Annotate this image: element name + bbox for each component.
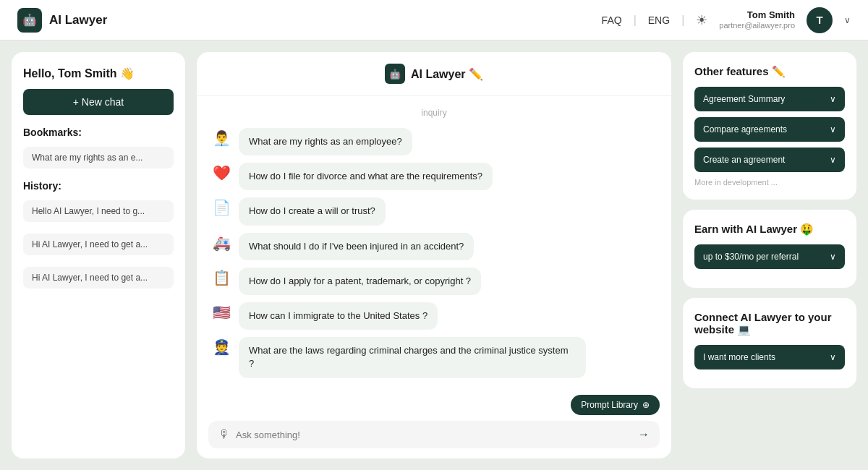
right-panel: Other features ✏️ Agreement Summary ∨ Co… xyxy=(683,52,856,458)
history-label: History: xyxy=(23,180,174,192)
chevron-down-icon: ∨ xyxy=(830,155,836,165)
logo-text: AI Lawyer xyxy=(49,13,107,27)
chevron-down-icon[interactable]: ∨ xyxy=(844,15,851,25)
message-icon: 👮 xyxy=(211,338,231,356)
features-card: Other features ✏️ Agreement Summary ∨ Co… xyxy=(683,52,856,200)
earn-card: Earn with AI Lawyer 🤑 up to $30/mo per r… xyxy=(683,210,856,288)
message-bubble[interactable]: What are my rights as an employee? xyxy=(239,128,412,155)
language-selector[interactable]: ENG xyxy=(648,14,670,26)
chat-header: 🤖 AI Lawyer ✏️ xyxy=(197,52,671,96)
logo-icon: 🤖 xyxy=(17,8,42,33)
message-bubble[interactable]: How do I apply for a patent, trademark, … xyxy=(239,268,481,295)
earn-title: Earn with AI Lawyer 🤑 xyxy=(694,223,845,236)
message-bubble[interactable]: How do I file for divorce and what are t… xyxy=(239,163,493,190)
header-right: FAQ | ENG | ☀ Tom Smith partner@ailawyer… xyxy=(602,7,851,33)
list-item: 📄 How do I create a will or trust? xyxy=(211,197,657,225)
list-item: 📋 How do I apply for a patent, trademark… xyxy=(211,268,657,295)
features-title: Other features ✏️ xyxy=(694,65,845,78)
user-email: partner@ailawyer.pro xyxy=(719,21,795,30)
settings-icon[interactable]: ☀ xyxy=(696,12,707,28)
list-item: 👮 What are the laws regarding criminal c… xyxy=(211,337,657,377)
avatar[interactable]: T xyxy=(807,7,833,33)
chat-panel: 🤖 AI Lawyer ✏️ inquiry 👨‍💼 What are my r… xyxy=(197,52,671,458)
agreement-summary-button[interactable]: Agreement Summary ∨ xyxy=(694,87,845,111)
user-name: Tom Smith xyxy=(747,9,795,21)
message-icon: 👨‍💼 xyxy=(211,129,231,147)
prompt-library-label: Prompt Library xyxy=(581,400,638,410)
chat-input-row: 🎙 → xyxy=(208,421,660,448)
chat-category-label: inquiry xyxy=(211,108,657,118)
header-divider: | xyxy=(634,14,637,27)
connect-card: Connect AI Lawyer to your website 💻 I wa… xyxy=(683,298,856,388)
user-info: Tom Smith partner@ailawyer.pro xyxy=(719,9,795,30)
header-divider2: | xyxy=(681,14,684,27)
prompt-library-icon: ⊕ xyxy=(642,400,650,410)
referral-button[interactable]: up to $30/mo per referral ∨ xyxy=(694,244,845,269)
chevron-down-icon: ∨ xyxy=(830,352,836,362)
chat-footer: Prompt Library ⊕ 🎙 → xyxy=(197,388,671,458)
send-button[interactable]: → xyxy=(638,428,650,441)
logo: 🤖 AI Lawyer xyxy=(17,8,107,33)
message-icon: 📋 xyxy=(211,269,231,286)
compare-agreements-button[interactable]: Compare agreements ∨ xyxy=(694,117,845,142)
dev-text: More in development ... xyxy=(694,178,845,187)
history-item[interactable]: Hello AI Lawyer, I need to g... xyxy=(23,200,174,222)
chevron-down-icon: ∨ xyxy=(830,94,836,104)
greeting: Hello, Tom Smith 👋 xyxy=(23,67,174,80)
message-icon: 🚑 xyxy=(211,234,231,252)
chevron-down-icon: ∨ xyxy=(830,252,836,262)
main-layout: Hello, Tom Smith 👋 + New chat Bookmarks:… xyxy=(0,40,868,470)
list-item: 🚑 What should I do if I've been injured … xyxy=(211,233,657,260)
list-item: 🇺🇸 How can I immigrate to the United Sta… xyxy=(211,302,657,330)
bookmarks-label: Bookmarks: xyxy=(23,127,174,138)
history-item[interactable]: Hi AI Lawyer, I need to get a... xyxy=(23,267,174,289)
history-item[interactable]: Hi AI Lawyer, I need to get a... xyxy=(23,234,174,255)
message-bubble[interactable]: How can I immigrate to the United States… xyxy=(239,302,438,330)
chat-title: AI Lawyer ✏️ xyxy=(411,67,483,81)
prompt-library-button[interactable]: Prompt Library ⊕ xyxy=(571,395,660,415)
message-icon: 🇺🇸 xyxy=(211,304,231,321)
message-bubble[interactable]: What should I do if I've been injured in… xyxy=(239,233,474,260)
chat-messages: inquiry 👨‍💼 What are my rights as an emp… xyxy=(197,96,671,388)
mic-icon[interactable]: 🎙 xyxy=(218,428,230,441)
list-item: ❤️ How do I file for divorce and what ar… xyxy=(211,163,657,190)
sidebar: Hello, Tom Smith 👋 + New chat Bookmarks:… xyxy=(12,52,185,458)
chevron-down-icon: ∨ xyxy=(830,124,836,134)
more-clients-button[interactable]: I want more clients ∨ xyxy=(694,345,845,369)
chat-input[interactable] xyxy=(236,430,632,440)
new-chat-button[interactable]: + New chat xyxy=(23,89,174,115)
header: 🤖 AI Lawyer FAQ | ENG | ☀ Tom Smith part… xyxy=(0,0,868,40)
message-bubble[interactable]: How do I create a will or trust? xyxy=(239,197,386,225)
chat-logo-icon: 🤖 xyxy=(385,64,405,84)
connect-title: Connect AI Lawyer to your website 💻 xyxy=(694,311,845,336)
message-icon: 📄 xyxy=(211,199,231,216)
message-bubble[interactable]: What are the laws regarding criminal cha… xyxy=(239,337,586,377)
bookmark-item[interactable]: What are my rights as an e... xyxy=(23,147,174,168)
faq-link[interactable]: FAQ xyxy=(602,14,622,26)
create-agreement-button[interactable]: Create an agreement ∨ xyxy=(694,148,845,172)
message-icon: ❤️ xyxy=(211,164,231,181)
list-item: 👨‍💼 What are my rights as an employee? xyxy=(211,128,657,155)
